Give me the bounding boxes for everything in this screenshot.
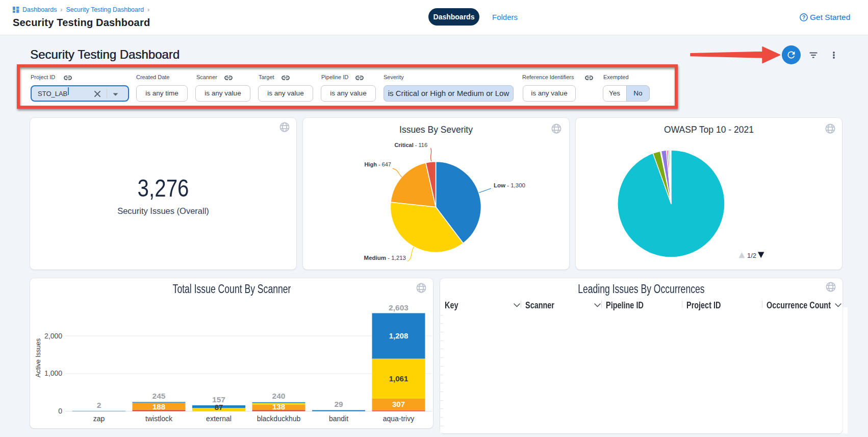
svg-text:twistlock: twistlock <box>145 415 173 423</box>
svg-text:Active Issues: Active Issues <box>34 338 42 377</box>
svg-text:?: ? <box>802 15 805 20</box>
svg-text:blackduckhub: blackduckhub <box>257 415 301 423</box>
svg-text:1,208: 1,208 <box>389 331 409 340</box>
svg-text:1,000: 1,000 <box>44 369 62 377</box>
svg-text:240: 240 <box>272 392 286 400</box>
svg-text:138: 138 <box>272 402 285 411</box>
svg-text:2: 2 <box>97 401 101 409</box>
svg-text:307: 307 <box>392 400 405 408</box>
svg-text:2,000: 2,000 <box>44 332 62 340</box>
svg-text:High - 647: High - 647 <box>364 161 391 167</box>
svg-text:157: 157 <box>212 395 225 404</box>
svg-text:Medium - 1,213: Medium - 1,213 <box>364 255 406 261</box>
svg-text:2,603: 2,603 <box>389 303 409 312</box>
svg-text:29: 29 <box>334 400 343 408</box>
svg-text:87: 87 <box>215 403 223 411</box>
svg-text:0: 0 <box>58 407 62 415</box>
svg-text:aqua-trivy: aqua-trivy <box>383 415 414 423</box>
svg-text:188: 188 <box>152 402 165 411</box>
svg-text:bandit: bandit <box>329 415 348 423</box>
svg-text:zap: zap <box>93 415 105 423</box>
svg-text:245: 245 <box>152 392 166 400</box>
svg-text:Critical - 116: Critical - 116 <box>394 142 427 148</box>
svg-text:Low - 1,300: Low - 1,300 <box>494 182 525 188</box>
svg-text:1/2: 1/2 <box>747 252 756 258</box>
svg-text:external: external <box>206 415 232 423</box>
svg-text:1,061: 1,061 <box>389 374 409 383</box>
